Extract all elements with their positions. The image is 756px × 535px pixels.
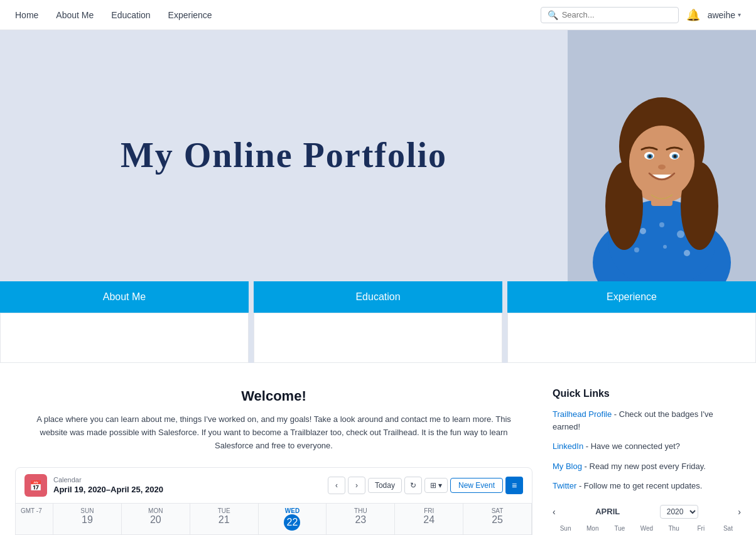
navbar-link-experience[interactable]: Experience xyxy=(168,10,212,20)
user-menu[interactable]: aweihe ▾ xyxy=(708,10,741,20)
mini-cal-dow-Thu: Thu xyxy=(661,524,687,533)
cal-num-sun19: 19 xyxy=(56,514,119,526)
calendar-grid-header: GMT -7SUN19MON20TUE21WED22THU23FRI24SAT2… xyxy=(16,504,532,535)
quick-link-item-0: Trailhead Profile - Check out the badges… xyxy=(553,408,741,433)
svg-point-16 xyxy=(640,228,646,234)
search-bar: 🔍 xyxy=(541,7,679,23)
calendar-header: 📅 Calendar April 19, 2020–April 25, 2020… xyxy=(16,468,532,504)
svg-point-8 xyxy=(629,126,694,198)
section-btn-container-about-me-btn: About Me xyxy=(0,281,249,363)
quick-link-0[interactable]: Trailhead Profile xyxy=(553,409,612,419)
calendar-date-range: April 19, 2020–April 25, 2020 xyxy=(53,485,163,494)
cal-dow-fri24: FRI xyxy=(397,507,460,514)
cal-day-sat25: SAT25 xyxy=(463,504,532,534)
section-btn-content-experience-btn xyxy=(507,313,756,363)
section-button-education-btn[interactable]: Education xyxy=(254,281,502,313)
section-btn-content-education-btn xyxy=(254,313,502,363)
cal-view-button[interactable]: ⊞ ▾ xyxy=(424,478,448,493)
username-label: aweihe xyxy=(708,10,735,20)
navbar-right: 🔍 🔔 aweihe ▾ xyxy=(541,7,741,23)
quick-links-title: Quick Links xyxy=(553,388,741,399)
welcome-title: Welcome! xyxy=(15,388,532,404)
svg-point-18 xyxy=(677,230,684,238)
nav-links: HomeAbout MeEducationExperience xyxy=(15,10,541,20)
cal-menu-button[interactable]: ≡ xyxy=(505,477,523,494)
cal-day-tue21: TUE21 xyxy=(190,504,259,534)
calendar-widget: 📅 Calendar April 19, 2020–April 25, 2020… xyxy=(15,467,532,535)
mini-cal-grid: SunMonTueWedThuFriSat1234567891011121314… xyxy=(553,524,741,536)
cal-refresh-button[interactable]: ↻ xyxy=(404,477,422,494)
calendar-label: Calendar xyxy=(53,476,321,484)
quick-link-1[interactable]: LinkedIn xyxy=(553,441,583,451)
new-event-button[interactable]: New Event xyxy=(450,478,503,493)
chevron-down-icon: ▾ xyxy=(738,11,741,18)
mini-cal-dow-Sun: Sun xyxy=(553,524,578,533)
cal-num-thu23: 23 xyxy=(329,514,392,526)
quick-links-list: Trailhead Profile - Check out the badges… xyxy=(553,408,741,492)
svg-point-17 xyxy=(659,222,664,227)
svg-point-15 xyxy=(658,165,666,170)
quick-link-3[interactable]: Twitter xyxy=(553,481,576,490)
mini-cal-dow-Tue: Tue xyxy=(607,524,632,533)
welcome-text: A place where you can learn about me, th… xyxy=(15,413,532,452)
cal-day-sun19: SUN19 xyxy=(53,504,122,534)
section-button-about-me-btn[interactable]: About Me xyxy=(0,281,249,313)
mini-calendar: ‹ APRIL 2020 › SunMonTueWedThuFriSat1234… xyxy=(553,505,741,536)
svg-point-14 xyxy=(674,155,677,158)
mini-cal-next-button[interactable]: › xyxy=(738,507,741,517)
hero-section: My Online Portfolio xyxy=(0,30,756,281)
navbar-link-education[interactable]: Education xyxy=(111,10,150,20)
svg-point-13 xyxy=(649,155,652,158)
cal-dow-tue21: TUE xyxy=(193,507,256,514)
navbar-link-about-me[interactable]: About Me xyxy=(56,10,94,20)
notification-bell-icon[interactable]: 🔔 xyxy=(686,8,700,22)
cal-prev-button[interactable]: ‹ xyxy=(328,477,345,494)
hero-title: My Online Portfolio xyxy=(121,134,447,176)
search-input[interactable] xyxy=(562,10,672,19)
cal-today-button[interactable]: Today xyxy=(368,478,402,493)
mini-cal-prev-button[interactable]: ‹ xyxy=(553,507,556,517)
svg-point-20 xyxy=(684,250,690,256)
quick-link-2[interactable]: My Blog xyxy=(553,462,582,471)
cal-day-fri24: FRI24 xyxy=(395,504,463,534)
cal-dow-sat25: SAT xyxy=(466,507,529,514)
cal-today-num: 22 xyxy=(284,514,300,531)
quick-links-section: Quick Links Trailhead Profile - Check ou… xyxy=(553,388,741,535)
cal-dow-sun19: SUN xyxy=(56,507,119,514)
section-buttons-row: About MeEducationExperience xyxy=(0,281,756,363)
hero-text-area: My Online Portfolio xyxy=(0,30,568,281)
cal-num-wed22: 22 xyxy=(261,514,324,531)
portrait-image xyxy=(568,30,756,281)
cal-num-sat25: 25 xyxy=(466,514,529,526)
cal-dow-thu23: THU xyxy=(329,507,392,514)
mini-cal-dow-Fri: Fri xyxy=(688,524,714,533)
mini-cal-dow-Sat: Sat xyxy=(715,524,741,533)
search-icon: 🔍 xyxy=(548,10,558,20)
chevron-down-icon: ▾ xyxy=(438,481,442,490)
cal-next-button[interactable]: › xyxy=(348,477,365,494)
svg-point-19 xyxy=(634,247,639,252)
mini-cal-dow-Mon: Mon xyxy=(580,524,605,533)
cal-num-fri24: 24 xyxy=(397,514,460,526)
quick-link-item-2: My Blog - Read my new post every Friday. xyxy=(553,460,741,473)
navbar-link-home[interactable]: Home xyxy=(15,10,38,20)
section-btn-container-experience-btn: Experience xyxy=(507,281,756,363)
cal-day-wed22: WED22 xyxy=(259,504,327,534)
section-btn-container-education-btn: Education xyxy=(254,281,502,363)
welcome-section: Welcome! A place where you can learn abo… xyxy=(15,388,532,535)
mini-cal-dow-Wed: Wed xyxy=(634,524,659,533)
mini-cal-month: APRIL xyxy=(595,507,620,516)
cal-num-tue21: 21 xyxy=(193,514,256,526)
cal-dow-mon20: MON xyxy=(124,507,187,514)
calendar-icon: 📅 xyxy=(24,474,47,497)
hero-portrait xyxy=(568,30,756,281)
quick-link-item-3: Twitter - Follow me to get recent update… xyxy=(553,480,741,492)
cal-num-mon20: 20 xyxy=(124,514,187,526)
svg-point-21 xyxy=(663,245,667,249)
calendar-navigation: ‹ › Today ↻ ⊞ ▾ New Event ≡ xyxy=(328,477,523,494)
section-button-experience-btn[interactable]: Experience xyxy=(507,281,756,313)
navbar: HomeAbout MeEducationExperience 🔍 🔔 awei… xyxy=(0,0,756,30)
cal-day-mon20: MON20 xyxy=(122,504,190,534)
mini-cal-year-select[interactable]: 2020 xyxy=(660,505,698,519)
main-content: Welcome! A place where you can learn abo… xyxy=(0,363,756,535)
